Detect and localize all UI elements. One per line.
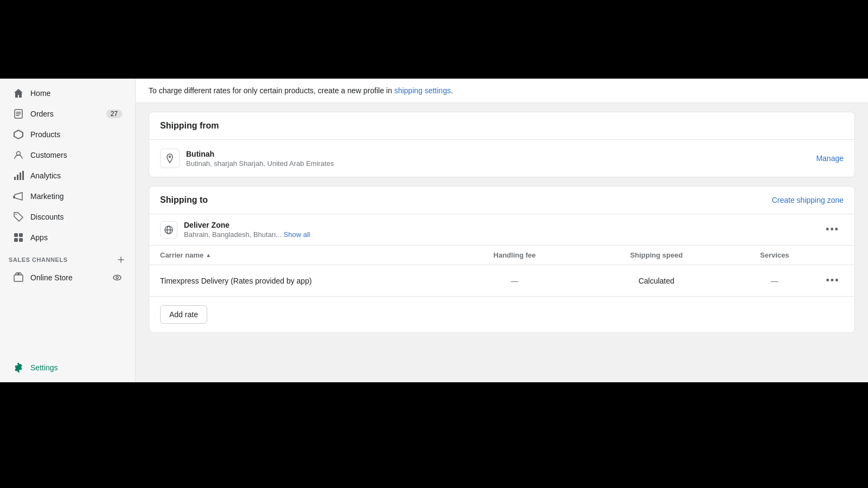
carrier-name-header: Carrier name ▲ <box>160 251 444 259</box>
deliver-zone-name: Deliver Zone <box>184 221 815 229</box>
info-banner-text: To charge different rates for only certa… <box>149 86 394 95</box>
eye-icon[interactable] <box>112 273 122 282</box>
table-row: Timexpress Delivery (Rates provided by a… <box>149 265 854 297</box>
sidebar-marketing-label: Marketing <box>30 192 122 201</box>
countries-text: Bahrain, Bangladesh, Bhutan... <box>184 230 282 239</box>
svg-point-6 <box>16 214 17 215</box>
shipping-from-title: Shipping from <box>149 112 854 140</box>
sidebar-item-orders[interactable]: Orders 27 <box>4 104 131 124</box>
sort-arrow-icon: ▲ <box>206 252 211 258</box>
svg-point-12 <box>113 275 121 280</box>
deliver-zone-menu-button[interactable]: ••• <box>821 222 844 237</box>
sidebar-item-customers[interactable]: Customers <box>4 145 131 165</box>
shipping-speed-cell: Calculated <box>585 277 727 285</box>
deliver-zone-info: Deliver Zone Bahrain, Bangladesh, Bhutan… <box>184 221 815 239</box>
main-content: To charge different rates for only certa… <box>136 79 868 382</box>
products-icon <box>13 129 24 140</box>
bottom-black-bar <box>0 382 868 488</box>
sidebar-item-products[interactable]: Products <box>4 125 131 144</box>
svg-rect-4 <box>20 172 21 180</box>
deliver-zone-row: Deliver Zone Bahrain, Bangladesh, Bhutan… <box>149 214 854 246</box>
sidebar-products-label: Products <box>30 130 122 139</box>
deliver-zone-countries: Bahrain, Bangladesh, Bhutan... Show all <box>184 230 815 239</box>
svg-rect-5 <box>22 171 24 180</box>
sidebar-item-marketing[interactable]: Marketing <box>4 187 131 206</box>
location-icon-box <box>160 149 180 168</box>
shipping-speed-header: Shipping speed <box>585 251 727 259</box>
svg-point-14 <box>169 156 171 158</box>
svg-rect-11 <box>14 275 23 281</box>
shipping-to-card: Shipping to Create shipping zone Deliver… <box>149 186 855 333</box>
handling-fee-header: Handling fee <box>444 251 585 259</box>
orders-badge: 27 <box>106 110 122 118</box>
sidebar-item-home[interactable]: Home <box>4 84 131 103</box>
manage-link[interactable]: Manage <box>816 154 844 163</box>
location-pin-icon <box>165 153 175 163</box>
apps-icon <box>13 232 24 243</box>
location-info: Butinah Butinah, sharjah Sharjah, United… <box>186 150 809 168</box>
row-menu-button[interactable]: ••• <box>822 273 844 288</box>
sales-channels-label: SALES CHANNELS <box>9 256 68 263</box>
svg-rect-10 <box>19 238 23 242</box>
location-address: Butinah, sharjah Sharjah, United Arab Em… <box>186 159 809 168</box>
shipping-from-body: Butinah Butinah, sharjah Sharjah, United… <box>149 140 854 177</box>
svg-point-13 <box>116 277 118 279</box>
services-cell: — <box>727 277 822 285</box>
sidebar-apps-label: Apps <box>30 233 122 242</box>
sidebar-item-settings[interactable]: Settings <box>4 358 131 377</box>
add-channel-icon[interactable] <box>116 254 126 265</box>
customers-icon <box>13 150 24 160</box>
online-store-icon <box>13 272 24 283</box>
sidebar-item-analytics[interactable]: Analytics <box>4 166 131 185</box>
info-banner-text-end: . <box>451 86 453 95</box>
shipping-to-header: Shipping to Create shipping zone <box>149 187 854 214</box>
shipping-to-title: Shipping to <box>160 195 208 205</box>
sidebar-discounts-label: Discounts <box>30 213 122 221</box>
shipping-settings-link[interactable]: shipping settings <box>394 86 451 95</box>
add-rate-section: Add rate <box>149 297 854 332</box>
svg-rect-2 <box>14 177 16 180</box>
sidebar-item-apps[interactable]: Apps <box>4 228 131 247</box>
create-shipping-zone-link[interactable]: Create shipping zone <box>772 196 844 204</box>
handling-fee-cell: — <box>444 277 585 285</box>
location-name: Butinah <box>186 150 809 158</box>
orders-icon <box>13 108 24 119</box>
svg-rect-9 <box>14 238 18 242</box>
sidebar-item-discounts[interactable]: Discounts <box>4 207 131 227</box>
sidebar-customers-label: Customers <box>30 151 122 159</box>
carrier-cell: Timexpress Delivery (Rates provided by a… <box>160 277 444 285</box>
svg-rect-8 <box>19 233 23 237</box>
discounts-icon <box>13 211 24 222</box>
svg-rect-3 <box>17 175 18 180</box>
services-header: Services <box>727 251 822 259</box>
show-all-link[interactable]: Show all <box>284 230 310 239</box>
settings-label: Settings <box>30 363 122 372</box>
marketing-icon <box>13 191 24 202</box>
sidebar-item-online-store[interactable]: Online Store <box>4 268 131 287</box>
sidebar: Home Orders 27 Products <box>0 79 136 382</box>
analytics-icon <box>13 170 24 181</box>
sales-channels-section: SALES CHANNELS <box>0 248 135 267</box>
table-header: Carrier name ▲ Handling fee Shipping spe… <box>149 246 854 265</box>
info-banner: To charge different rates for only certa… <box>136 79 868 103</box>
settings-icon <box>13 362 24 373</box>
svg-rect-7 <box>14 233 18 237</box>
globe-icon-box <box>160 221 177 239</box>
add-rate-button[interactable]: Add rate <box>160 305 207 324</box>
top-black-bar <box>0 0 868 79</box>
home-icon <box>13 88 24 99</box>
sidebar-home-label: Home <box>30 89 122 98</box>
row-actions-cell: ••• <box>822 273 844 288</box>
globe-icon <box>164 225 174 235</box>
online-store-label: Online Store <box>30 273 106 282</box>
sidebar-analytics-label: Analytics <box>30 171 122 180</box>
shipping-from-card: Shipping from Butinah Butinah, sharjah S… <box>149 112 855 177</box>
sidebar-orders-label: Orders <box>30 110 100 118</box>
sidebar-bottom: Settings <box>0 357 135 378</box>
